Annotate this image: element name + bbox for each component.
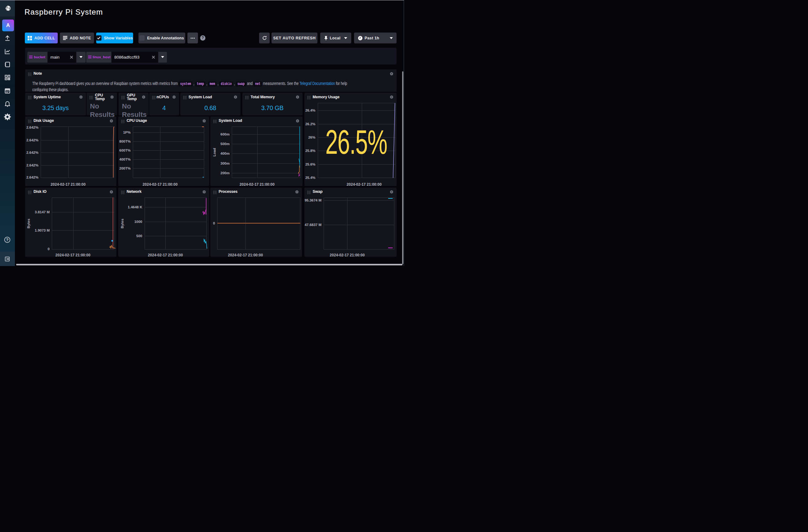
svg-text:?: ? — [6, 238, 8, 242]
